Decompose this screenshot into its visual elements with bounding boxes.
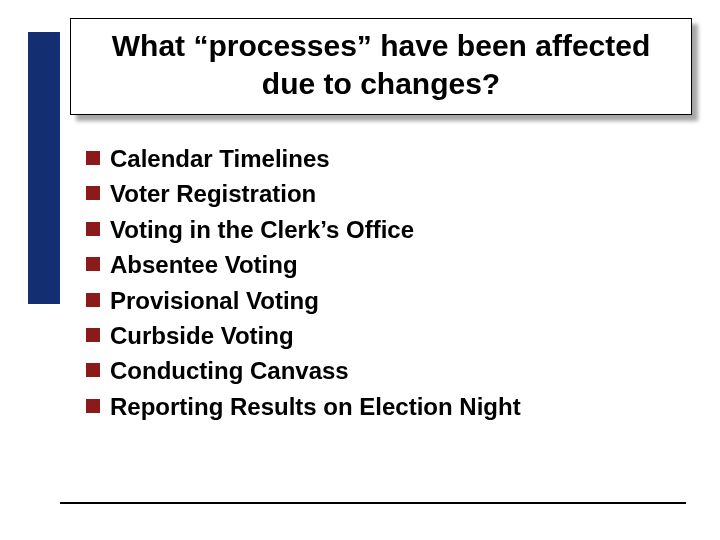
list-item: Absentee Voting [86, 249, 676, 281]
list-item-text: Voter Registration [110, 178, 316, 210]
square-bullet-icon [86, 328, 100, 342]
list-item-text: Provisional Voting [110, 285, 319, 317]
list-item: Voting in the Clerk’s Office [86, 214, 676, 246]
title-box: What “processes” have been affected due … [70, 18, 692, 115]
slide-title: What “processes” have been affected due … [81, 27, 681, 102]
list-item-text: Voting in the Clerk’s Office [110, 214, 414, 246]
list-item-text: Curbside Voting [110, 320, 294, 352]
list-item-text: Reporting Results on Election Night [110, 391, 521, 423]
list-item-text: Calendar Timelines [110, 143, 330, 175]
list-item: Calendar Timelines [86, 143, 676, 175]
list-item: Reporting Results on Election Night [86, 391, 676, 423]
square-bullet-icon [86, 257, 100, 271]
list-item-text: Conducting Canvass [110, 355, 349, 387]
square-bullet-icon [86, 186, 100, 200]
square-bullet-icon [86, 293, 100, 307]
list-item: Curbside Voting [86, 320, 676, 352]
bullet-list: Calendar Timelines Voter Registration Vo… [86, 140, 676, 426]
square-bullet-icon [86, 151, 100, 165]
sidebar-accent [28, 32, 60, 304]
square-bullet-icon [86, 399, 100, 413]
footer-divider [60, 502, 686, 504]
slide: What “processes” have been affected due … [0, 0, 720, 540]
square-bullet-icon [86, 363, 100, 377]
list-item: Voter Registration [86, 178, 676, 210]
list-item: Conducting Canvass [86, 355, 676, 387]
list-item: Provisional Voting [86, 285, 676, 317]
list-item-text: Absentee Voting [110, 249, 298, 281]
square-bullet-icon [86, 222, 100, 236]
